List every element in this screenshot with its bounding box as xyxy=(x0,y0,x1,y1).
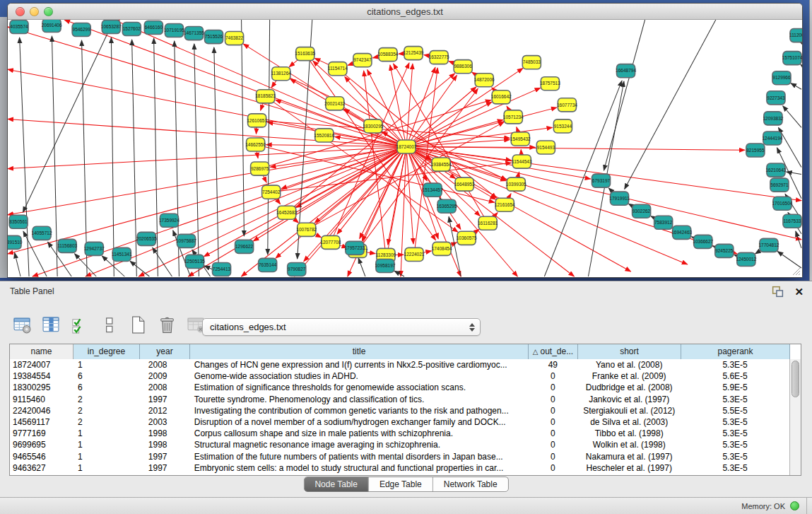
graph-node[interactable]: 12444194 xyxy=(762,132,782,145)
table-row[interactable]: 969969511998Structural magnetic resonanc… xyxy=(10,439,789,450)
graph-node[interactable]: 16016642 xyxy=(491,90,512,104)
graph-node[interactable]: 1527602 xyxy=(122,23,141,36)
graph-node[interactable]: 16077734 xyxy=(557,98,577,112)
graph-node[interactable]: 10076782 xyxy=(296,223,317,236)
resize-grip-icon[interactable] xyxy=(792,267,801,276)
graph-node[interactable]: 9129966 xyxy=(772,71,791,85)
scrollbar-thumb[interactable] xyxy=(792,361,799,397)
table-row[interactable]: 977716911998Corpus callosum shape and si… xyxy=(10,428,789,439)
graph-node[interactable]: 11544543 xyxy=(512,155,532,168)
graph-node[interactable]: 7485033 xyxy=(522,56,541,69)
graph-node[interactable]: 16648953 xyxy=(454,177,475,191)
graph-node[interactable]: 14872006 xyxy=(474,74,495,87)
graph-node[interactable]: 18724007 xyxy=(396,140,417,153)
graph-node[interactable]: 10653287 xyxy=(101,21,122,34)
graph-node[interactable]: 18185823 xyxy=(255,90,276,103)
graph-node[interactable]: 16365295 xyxy=(437,199,457,213)
graph-node[interactable]: 12942737 xyxy=(84,242,105,255)
graph-node[interactable]: 20206535 xyxy=(136,232,157,245)
graph-node[interactable]: 12161654 xyxy=(495,198,515,211)
tab-network-table[interactable]: Network Table xyxy=(433,477,508,491)
graph-node[interactable]: 15163635 xyxy=(295,47,315,61)
graph-node[interactable]: 4035574 xyxy=(10,21,28,34)
graph-node[interactable]: 16452683 xyxy=(276,206,297,219)
graph-node[interactable]: 11156803 xyxy=(57,239,77,252)
graph-node[interactable]: 12610651 xyxy=(247,114,267,127)
graph-node[interactable]: 16116281 xyxy=(478,216,498,230)
graph-node[interactable]: 12093832 xyxy=(763,112,783,125)
col-header-title[interactable]: title xyxy=(190,344,529,359)
memory-status-icon[interactable] xyxy=(790,501,799,510)
graph-node[interactable]: 15751074 xyxy=(782,52,802,65)
graph-node[interactable]: 1167533 xyxy=(783,214,801,228)
table-row[interactable]: 2242004622012Investigating the contribut… xyxy=(10,405,789,416)
table-row[interactable]: 946554611997Estimation of the future num… xyxy=(10,451,789,462)
table-row[interactable]: 1938455462009Genome-wide association stu… xyxy=(10,370,789,382)
graph-node[interactable]: 12224021 xyxy=(404,247,425,261)
col-header-year[interactable]: year xyxy=(140,344,190,359)
select-columns-icon[interactable] xyxy=(69,314,90,335)
graph-node[interactable]: 10975887 xyxy=(176,234,196,247)
tab-node-table[interactable]: Node Table xyxy=(304,477,368,491)
graph-node[interactable]: 7254402 xyxy=(262,185,281,199)
graph-node[interactable]: 17704812 xyxy=(758,238,779,252)
graph-node[interactable]: 15495432 xyxy=(510,132,531,146)
row-height-icon[interactable] xyxy=(98,314,119,335)
graph-node[interactable]: 6466160 xyxy=(144,21,163,35)
graph-node[interactable]: 16322775 xyxy=(429,51,449,64)
graph-node[interactable]: 9742347 xyxy=(353,54,372,67)
col-header-in_degree[interactable]: in_degree xyxy=(73,344,140,359)
graph-node[interactable]: 10360575 xyxy=(457,231,477,245)
graph-node[interactable]: 17016504 xyxy=(772,197,792,210)
graph-node[interactable]: 17408454 xyxy=(432,242,452,255)
table-row[interactable]: 911546021997Tourette syndrome. Phenomeno… xyxy=(10,394,789,405)
float-panel-icon[interactable] xyxy=(771,285,784,298)
graph-node[interactable]: 14055712 xyxy=(32,226,52,240)
graph-node[interactable]: 9286975 xyxy=(251,162,269,175)
graph-node[interactable]: 7254413 xyxy=(213,262,231,276)
graph-node[interactable]: 5692971 xyxy=(770,178,789,192)
graph-node[interactable]: 17359924 xyxy=(159,214,180,227)
delete-column-icon[interactable] xyxy=(156,314,177,335)
graph-node[interactable]: 11451341 xyxy=(112,247,132,261)
table-row[interactable]: 1830029562008Estimation of significance … xyxy=(10,382,789,393)
graph-node[interactable]: 10366627 xyxy=(693,235,713,248)
table-mode-icon[interactable] xyxy=(11,314,33,335)
graph-node[interactable]: 8350561 xyxy=(9,215,28,228)
graph-node[interactable]: 10571234 xyxy=(503,110,524,124)
col-header-name[interactable]: name xyxy=(10,344,73,359)
graph-node[interactable]: 7515526 xyxy=(204,30,223,44)
graph-node[interactable]: 17919911 xyxy=(609,192,630,205)
graph-node[interactable]: 11120061 xyxy=(789,29,802,42)
graph-node[interactable]: 9154493 xyxy=(536,141,555,154)
graph-node[interactable]: 10588354 xyxy=(378,48,399,62)
show-columns-icon[interactable] xyxy=(40,314,61,335)
graph-node[interactable]: 9245225 xyxy=(715,244,734,257)
graph-node[interactable]: 20691406 xyxy=(42,20,62,33)
graph-node[interactable]: 19384554 xyxy=(431,158,452,171)
graph-node[interactable]: 12077708 xyxy=(320,235,341,249)
graph-node[interactable]: 12505135 xyxy=(184,255,205,268)
col-header-out_de[interactable]: △out_de... xyxy=(529,344,578,359)
graph-node[interactable]: 18300295 xyxy=(363,119,383,133)
graph-node[interactable]: 9153244 xyxy=(553,119,572,133)
graph-node[interactable]: 15134457 xyxy=(423,183,443,197)
table-row[interactable]: 946362711997Embryonic stem cells: a mode… xyxy=(10,462,789,474)
table-row[interactable]: 1456911722003Disruption of a novel membe… xyxy=(10,416,789,428)
graph-node[interactable]: 15520816 xyxy=(314,129,334,142)
table-row[interactable]: 1872400712008Changes of HCN gene express… xyxy=(10,359,789,370)
close-panel-icon[interactable]: ✕ xyxy=(794,286,804,298)
graph-node[interactable]: 16210643 xyxy=(765,163,786,177)
graph-node[interactable]: 9227343 xyxy=(767,91,785,105)
graph-node[interactable]: 11154714 xyxy=(328,62,348,76)
graph-node[interactable]: 16648794 xyxy=(616,64,636,78)
graph-node[interactable]: 10719195 xyxy=(164,24,184,37)
graph-node[interactable]: 17957233 xyxy=(344,241,365,255)
graph-node[interactable]: 16942463 xyxy=(671,226,692,239)
table-selector[interactable]: citations_edges.txt xyxy=(202,318,481,336)
graph-node[interactable]: 9790827 xyxy=(288,262,306,276)
graph-node[interactable]: 9886306 xyxy=(454,60,472,74)
graph-node[interactable]: 15891510 xyxy=(8,235,23,249)
graph-node[interactable]: 10399305 xyxy=(506,177,526,191)
create-column-icon[interactable] xyxy=(127,314,148,335)
